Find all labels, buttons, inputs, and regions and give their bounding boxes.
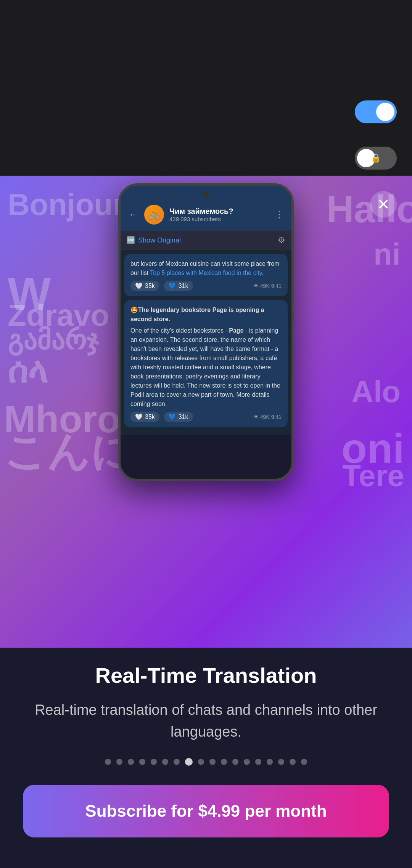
dot-16[interactable] [290,759,296,765]
dot-10[interactable] [221,759,227,765]
settings-background [0,0,412,183]
dot-12[interactable] [244,759,250,765]
toggle-knob [376,103,394,121]
message-2-body-before: One of the city's oldest bookstores - [130,327,229,334]
lock-icon: 🔒 [371,153,381,163]
phone-mockup: ← 🚲 Чим займемось? 439 093 subscribers ⋮… [118,183,294,481]
message-1: but lovers of Mexican cuisine can visit … [124,254,288,296]
reaction-2-blue-heart[interactable]: 💙 31k [164,412,193,422]
message-1-footer: 🤍 35k 💙 31k 👁 49K 9:41 [130,281,282,291]
reaction-1-blue-heart[interactable]: 💙 31k [164,281,193,291]
eye-icon: 👁 [253,283,259,289]
messages-area: but lovers of Mexican cuisine can visit … [121,250,291,435]
message-1-views: 49K [260,283,270,289]
message-2-body-after: - is planning an expansion. The second s… [130,327,280,407]
chat-back-icon[interactable]: ← [128,209,139,221]
translate-settings-icon[interactable]: ⚙ [278,235,285,245]
feature-description: Real-time translation of chats and chann… [23,699,389,743]
message-1-after: . [262,270,263,276]
message-1-time: 9:41 [271,283,282,289]
show-original-label: Show Original [138,236,181,244]
reaction-2b-count: 31k [179,414,188,420]
message-1-text: but lovers of Mexican cuisine can visit … [130,259,282,278]
close-icon: ✕ [377,196,390,213]
translate-bar-left[interactable]: 🔤 Show Original [127,236,181,244]
dot-5[interactable] [162,759,168,765]
reaction-2-heart[interactable]: 🤍 35k [130,412,159,422]
message-2-time: 9:41 [271,414,282,420]
feature-title: Real-Time Translation [23,663,389,688]
dot-17[interactable] [301,759,307,765]
dot-0[interactable] [105,759,111,765]
message-2: 🤩The legendary bookstore Page is opening… [124,300,288,427]
dot-3[interactable] [139,759,145,765]
bottom-section: Real-Time Translation Real-time translat… [0,648,412,868]
phone-mockup-container: ← 🚲 Чим займемось? 439 093 subscribers ⋮… [118,183,294,481]
subscribe-button[interactable]: Subscribe for $4.99 per month [23,785,389,837]
show-translate-toggle[interactable] [355,100,397,123]
dot-11[interactable] [232,759,238,765]
dot-9[interactable] [209,759,216,765]
phone-camera [203,191,209,198]
dot-4[interactable] [151,759,157,765]
message-2-bold: Page [229,327,243,334]
message-2-text: 🤩The legendary bookstore Page is opening… [130,305,282,409]
dots-container [23,758,389,766]
chat-avatar: 🚲 [144,205,164,225]
chat-menu-icon[interactable]: ⋮ [275,209,284,220]
channel-subscribers: 439 093 subscribers [169,216,269,222]
modal-card: ✕ ← 🚲 Чим займемось? 439 093 subscribers… [0,176,412,868]
dot-6[interactable] [174,759,180,765]
dot-13[interactable] [255,759,261,765]
chat-info: Чим займемось? 439 093 subscribers [169,207,269,222]
reaction-1-heart[interactable]: 🤍 35k [130,281,159,291]
eye-icon-2: 👁 [253,414,259,420]
dot-8[interactable] [198,759,204,765]
reaction-2-emoji: 🤍 [135,413,143,420]
reaction-2b-emoji: 💙 [169,413,176,420]
dot-14[interactable] [267,759,273,765]
reaction-1-count: 35k [145,283,155,289]
channel-name: Чим займемось? [169,207,269,216]
translate-icon: 🔤 [127,236,135,244]
message-2-views: 49K [260,414,270,420]
dot-2[interactable] [128,759,134,765]
dot-7[interactable] [185,758,193,766]
dot-15[interactable] [278,759,284,765]
message-2-meta: 👁 49K 9:41 [253,414,282,420]
reaction-1b-count: 31k [179,283,188,289]
translate-bar: 🔤 Show Original ⚙ [121,231,291,250]
reaction-1-emoji: 🤍 [135,282,143,289]
reaction-2-count: 35k [145,414,155,420]
message-2-footer: 🤍 35k 💙 31k 👁 49K 9:41 [130,412,282,422]
message-1-link[interactable]: Top 5 places with Mexican food in the ci… [150,270,262,276]
translate-entire-toggle[interactable]: 🔒 [355,147,397,170]
message-2-heading: 🤩The legendary bookstore Page is opening… [130,305,282,324]
message-1-meta: 👁 49K 9:41 [253,283,282,289]
dot-1[interactable] [116,759,122,765]
reaction-1b-emoji: 💙 [169,282,176,289]
close-button[interactable]: ✕ [370,191,397,218]
